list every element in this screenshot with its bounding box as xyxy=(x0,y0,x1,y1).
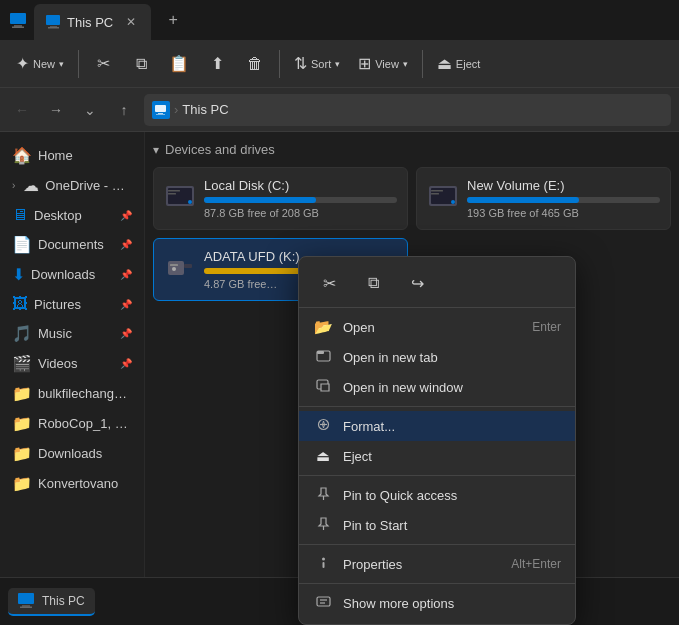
cm-properties[interactable]: Properties Alt+Enter xyxy=(299,549,575,579)
svg-rect-2 xyxy=(12,27,24,29)
sidebar-label-home: Home xyxy=(38,148,132,163)
delete-button[interactable]: 🗑 xyxy=(237,44,273,84)
svg-rect-31 xyxy=(317,597,330,606)
svg-rect-17 xyxy=(431,190,443,192)
address-bar: ← → ⌄ ↑ › This PC xyxy=(0,88,679,132)
home-icon: 🏠 xyxy=(12,146,32,165)
videos-icon: 🎬 xyxy=(12,354,32,373)
drive-local-c[interactable]: Local Disk (C:) 87.8 GB free of 208 GB xyxy=(153,167,408,230)
cm-copy-button[interactable]: ⧉ xyxy=(355,267,391,299)
svg-rect-24 xyxy=(317,351,324,354)
drive-bar-e xyxy=(467,197,579,203)
copy-button[interactable]: ⧉ xyxy=(123,44,159,84)
svg-rect-5 xyxy=(48,27,59,29)
svg-point-22 xyxy=(172,267,176,271)
sidebar-item-downloads2[interactable]: 📁 Downloads xyxy=(4,439,140,468)
sidebar-item-home[interactable]: 🏠 Home xyxy=(4,141,140,170)
cm-open[interactable]: 📂 Open Enter xyxy=(299,312,575,342)
sidebar-label-dl2: Downloads xyxy=(38,446,132,461)
sidebar-label-onedrive: OneDrive - Pers… xyxy=(45,178,132,193)
sidebar-item-konvertovano[interactable]: 📁 Konvertovano xyxy=(4,469,140,498)
sidebar-item-downloads[interactable]: ⬇ Downloads 📌 xyxy=(4,260,140,289)
cm-open-new-window[interactable]: Open in new window xyxy=(299,372,575,402)
sidebar-item-documents[interactable]: 📄 Documents 📌 xyxy=(4,230,140,259)
sidebar-item-music[interactable]: 🎵 Music 📌 xyxy=(4,319,140,348)
breadcrumb[interactable]: › This PC xyxy=(144,94,671,126)
cm-cut-icon: ✂ xyxy=(323,274,336,293)
cm-pin-quick[interactable]: Pin to Quick access xyxy=(299,480,575,510)
cm-format-label: Format... xyxy=(343,419,561,434)
drive-icon-k xyxy=(164,251,196,290)
new-label: New xyxy=(33,58,55,70)
sort-button[interactable]: ⇅ Sort ▾ xyxy=(286,44,348,84)
cm-open-tab-label: Open in new tab xyxy=(343,350,561,365)
cm-eject[interactable]: ⏏ Eject xyxy=(299,441,575,471)
music-icon: 🎵 xyxy=(12,324,32,343)
sidebar-item-robocop[interactable]: 📁 RoboCop_1, 2, 3… xyxy=(4,409,140,438)
drive-name-e: New Volume (E:) xyxy=(467,178,660,193)
cm-sep-1 xyxy=(299,406,575,407)
sidebar-item-videos[interactable]: 🎬 Videos 📌 xyxy=(4,349,140,378)
new-tab-button[interactable]: + xyxy=(159,6,187,34)
documents-icon: 📄 xyxy=(12,235,32,254)
pin-icon-desktop: 📌 xyxy=(120,210,132,221)
cm-more-options[interactable]: Show more options xyxy=(299,588,575,618)
sort-icon: ⇅ xyxy=(294,54,307,73)
eject-button[interactable]: ⏏ Eject xyxy=(429,44,488,84)
devices-section-header: ▾ Devices and drives xyxy=(153,140,671,159)
drive-info-c: Local Disk (C:) 87.8 GB free of 208 GB xyxy=(204,178,397,219)
up-button[interactable]: ↑ xyxy=(110,96,138,124)
folder-icon-robocop: 📁 xyxy=(12,414,32,433)
share-button[interactable]: ⬆ xyxy=(199,44,235,84)
paste-button[interactable]: 📋 xyxy=(161,44,197,84)
section-chevron: ▾ xyxy=(153,143,159,157)
cm-more-label: Show more options xyxy=(343,596,561,611)
tab-close-button[interactable]: ✕ xyxy=(123,14,139,30)
sidebar-item-onedrive[interactable]: › ☁ OneDrive - Pers… xyxy=(4,171,140,200)
dropdown-button[interactable]: ⌄ xyxy=(76,96,104,124)
cm-cut-button[interactable]: ✂ xyxy=(311,267,347,299)
toolbar-sep-1 xyxy=(78,50,79,78)
drive-bar-container-c xyxy=(204,197,397,203)
cm-eject-icon: ⏏ xyxy=(313,447,333,465)
cm-pin-start[interactable]: Pin to Start xyxy=(299,510,575,540)
cm-sep-2 xyxy=(299,475,575,476)
view-dropdown-icon: ▾ xyxy=(403,59,408,69)
cut-button[interactable]: ✂ xyxy=(85,44,121,84)
context-menu: ✂ ⧉ ↪ 📂 Open Enter Open in new tab xyxy=(298,256,576,625)
svg-rect-34 xyxy=(18,593,34,604)
svg-rect-7 xyxy=(158,113,163,114)
pc-breadcrumb-icon xyxy=(152,101,170,119)
pin-icon-documents: 📌 xyxy=(120,239,132,250)
app-icon xyxy=(8,10,28,30)
eject-icon: ⏏ xyxy=(437,54,452,73)
drive-icon-e xyxy=(427,180,459,219)
svg-rect-18 xyxy=(431,193,439,195)
sidebar-item-bulkfilechanger[interactable]: 📁 bulkfilechanger… xyxy=(4,379,140,408)
sidebar-label-pictures: Pictures xyxy=(34,297,114,312)
sidebar-item-pictures[interactable]: 🖼 Pictures 📌 xyxy=(4,290,140,318)
cm-open-new-tab[interactable]: Open in new tab xyxy=(299,342,575,372)
svg-rect-36 xyxy=(20,606,32,608)
cm-properties-label: Properties xyxy=(343,557,501,572)
pictures-icon: 🖼 xyxy=(12,295,28,313)
sidebar-item-desktop[interactable]: 🖥 Desktop 📌 xyxy=(4,201,140,229)
drive-new-volume-e[interactable]: New Volume (E:) 193 GB free of 465 GB xyxy=(416,167,671,230)
cm-format[interactable]: Format... xyxy=(299,411,575,441)
sidebar-label-konv: Konvertovano xyxy=(38,476,132,491)
tab-this-pc[interactable]: This PC ✕ xyxy=(34,4,151,40)
back-button[interactable]: ← xyxy=(8,96,36,124)
forward-button[interactable]: → xyxy=(42,96,70,124)
cm-more-icon xyxy=(313,594,333,612)
cm-paste-shortcut-button[interactable]: ↪ xyxy=(399,267,435,299)
svg-rect-21 xyxy=(170,264,178,266)
view-button[interactable]: ⊞ View ▾ xyxy=(350,44,416,84)
svg-rect-0 xyxy=(10,13,26,24)
cm-sep-3 xyxy=(299,544,575,545)
taskbar-explorer-item[interactable]: This PC xyxy=(8,588,95,616)
sidebar-label-videos: Videos xyxy=(38,356,114,371)
desktop-icon: 🖥 xyxy=(12,206,28,224)
new-button[interactable]: ✦ New ▾ xyxy=(8,44,72,84)
cm-properties-shortcut: Alt+Enter xyxy=(511,557,561,571)
svg-rect-30 xyxy=(322,562,324,568)
